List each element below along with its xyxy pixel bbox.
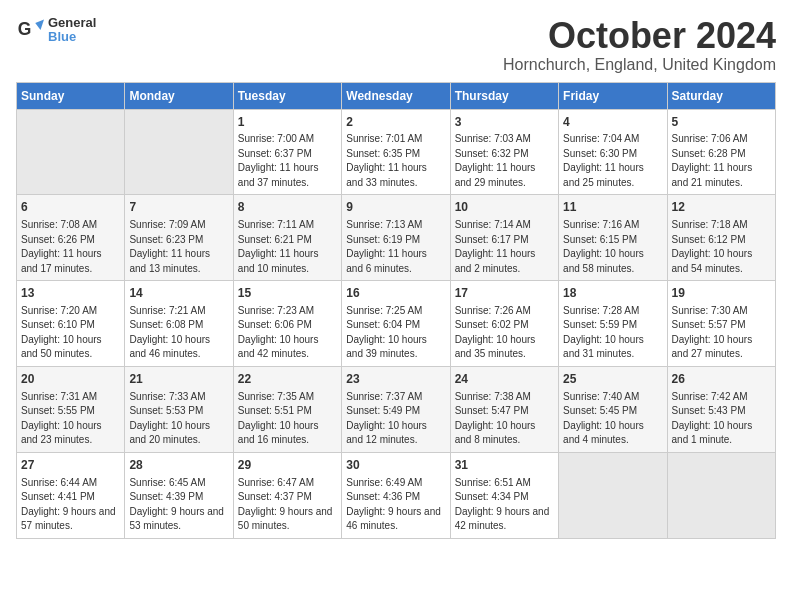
title-block: October 2024 Hornchurch, England, United… — [503, 16, 776, 74]
weekday-header-cell: Friday — [559, 82, 667, 109]
day-number: 6 — [21, 199, 120, 216]
day-info: Sunrise: 7:35 AM Sunset: 5:51 PM Dayligh… — [238, 390, 337, 448]
logo-icon: G — [16, 16, 44, 44]
calendar-week-row: 6Sunrise: 7:08 AM Sunset: 6:26 PM Daylig… — [17, 195, 776, 281]
weekday-header-cell: Sunday — [17, 82, 125, 109]
svg-text:G: G — [18, 20, 32, 40]
day-number: 7 — [129, 199, 228, 216]
calendar-cell: 27Sunrise: 6:44 AM Sunset: 4:41 PM Dayli… — [17, 452, 125, 538]
weekday-header-cell: Wednesday — [342, 82, 450, 109]
day-number: 3 — [455, 114, 554, 131]
day-number: 9 — [346, 199, 445, 216]
calendar-cell: 11Sunrise: 7:16 AM Sunset: 6:15 PM Dayli… — [559, 195, 667, 281]
calendar-cell: 31Sunrise: 6:51 AM Sunset: 4:34 PM Dayli… — [450, 452, 558, 538]
day-info: Sunrise: 7:25 AM Sunset: 6:04 PM Dayligh… — [346, 304, 445, 362]
day-number: 10 — [455, 199, 554, 216]
day-info: Sunrise: 7:14 AM Sunset: 6:17 PM Dayligh… — [455, 218, 554, 276]
day-info: Sunrise: 7:30 AM Sunset: 5:57 PM Dayligh… — [672, 304, 771, 362]
day-number: 23 — [346, 371, 445, 388]
day-number: 28 — [129, 457, 228, 474]
calendar-cell: 24Sunrise: 7:38 AM Sunset: 5:47 PM Dayli… — [450, 366, 558, 452]
weekday-header-cell: Monday — [125, 82, 233, 109]
day-number: 18 — [563, 285, 662, 302]
calendar-cell: 10Sunrise: 7:14 AM Sunset: 6:17 PM Dayli… — [450, 195, 558, 281]
calendar-cell: 12Sunrise: 7:18 AM Sunset: 6:12 PM Dayli… — [667, 195, 775, 281]
calendar-cell: 25Sunrise: 7:40 AM Sunset: 5:45 PM Dayli… — [559, 366, 667, 452]
calendar-cell: 1Sunrise: 7:00 AM Sunset: 6:37 PM Daylig… — [233, 109, 341, 195]
calendar-cell: 22Sunrise: 7:35 AM Sunset: 5:51 PM Dayli… — [233, 366, 341, 452]
calendar-cell — [17, 109, 125, 195]
calendar-cell: 14Sunrise: 7:21 AM Sunset: 6:08 PM Dayli… — [125, 281, 233, 367]
day-info: Sunrise: 7:20 AM Sunset: 6:10 PM Dayligh… — [21, 304, 120, 362]
day-info: Sunrise: 7:23 AM Sunset: 6:06 PM Dayligh… — [238, 304, 337, 362]
calendar-cell: 30Sunrise: 6:49 AM Sunset: 4:36 PM Dayli… — [342, 452, 450, 538]
calendar-cell: 4Sunrise: 7:04 AM Sunset: 6:30 PM Daylig… — [559, 109, 667, 195]
day-info: Sunrise: 7:13 AM Sunset: 6:19 PM Dayligh… — [346, 218, 445, 276]
day-number: 30 — [346, 457, 445, 474]
calendar-cell: 29Sunrise: 6:47 AM Sunset: 4:37 PM Dayli… — [233, 452, 341, 538]
calendar-week-row: 27Sunrise: 6:44 AM Sunset: 4:41 PM Dayli… — [17, 452, 776, 538]
day-info: Sunrise: 7:26 AM Sunset: 6:02 PM Dayligh… — [455, 304, 554, 362]
logo: G General Blue — [16, 16, 96, 45]
day-info: Sunrise: 7:38 AM Sunset: 5:47 PM Dayligh… — [455, 390, 554, 448]
day-number: 27 — [21, 457, 120, 474]
day-number: 16 — [346, 285, 445, 302]
calendar-cell: 17Sunrise: 7:26 AM Sunset: 6:02 PM Dayli… — [450, 281, 558, 367]
day-info: Sunrise: 7:03 AM Sunset: 6:32 PM Dayligh… — [455, 132, 554, 190]
day-number: 14 — [129, 285, 228, 302]
calendar-cell: 15Sunrise: 7:23 AM Sunset: 6:06 PM Dayli… — [233, 281, 341, 367]
calendar-cell: 8Sunrise: 7:11 AM Sunset: 6:21 PM Daylig… — [233, 195, 341, 281]
calendar-cell: 28Sunrise: 6:45 AM Sunset: 4:39 PM Dayli… — [125, 452, 233, 538]
calendar-cell: 9Sunrise: 7:13 AM Sunset: 6:19 PM Daylig… — [342, 195, 450, 281]
day-number: 19 — [672, 285, 771, 302]
day-info: Sunrise: 7:33 AM Sunset: 5:53 PM Dayligh… — [129, 390, 228, 448]
day-info: Sunrise: 6:47 AM Sunset: 4:37 PM Dayligh… — [238, 476, 337, 534]
day-number: 1 — [238, 114, 337, 131]
calendar-cell: 2Sunrise: 7:01 AM Sunset: 6:35 PM Daylig… — [342, 109, 450, 195]
location-subtitle: Hornchurch, England, United Kingdom — [503, 56, 776, 74]
calendar-week-row: 1Sunrise: 7:00 AM Sunset: 6:37 PM Daylig… — [17, 109, 776, 195]
calendar-cell: 16Sunrise: 7:25 AM Sunset: 6:04 PM Dayli… — [342, 281, 450, 367]
day-info: Sunrise: 7:06 AM Sunset: 6:28 PM Dayligh… — [672, 132, 771, 190]
day-number: 4 — [563, 114, 662, 131]
logo-text: General Blue — [48, 16, 96, 45]
day-number: 26 — [672, 371, 771, 388]
weekday-header-cell: Thursday — [450, 82, 558, 109]
day-info: Sunrise: 6:49 AM Sunset: 4:36 PM Dayligh… — [346, 476, 445, 534]
calendar-cell: 3Sunrise: 7:03 AM Sunset: 6:32 PM Daylig… — [450, 109, 558, 195]
day-info: Sunrise: 6:44 AM Sunset: 4:41 PM Dayligh… — [21, 476, 120, 534]
calendar-cell: 19Sunrise: 7:30 AM Sunset: 5:57 PM Dayli… — [667, 281, 775, 367]
day-info: Sunrise: 7:00 AM Sunset: 6:37 PM Dayligh… — [238, 132, 337, 190]
calendar-cell — [559, 452, 667, 538]
day-info: Sunrise: 6:51 AM Sunset: 4:34 PM Dayligh… — [455, 476, 554, 534]
day-number: 15 — [238, 285, 337, 302]
day-number: 22 — [238, 371, 337, 388]
calendar-cell: 5Sunrise: 7:06 AM Sunset: 6:28 PM Daylig… — [667, 109, 775, 195]
day-info: Sunrise: 7:21 AM Sunset: 6:08 PM Dayligh… — [129, 304, 228, 362]
day-info: Sunrise: 6:45 AM Sunset: 4:39 PM Dayligh… — [129, 476, 228, 534]
calendar-cell: 6Sunrise: 7:08 AM Sunset: 6:26 PM Daylig… — [17, 195, 125, 281]
day-number: 5 — [672, 114, 771, 131]
day-info: Sunrise: 7:08 AM Sunset: 6:26 PM Dayligh… — [21, 218, 120, 276]
day-info: Sunrise: 7:09 AM Sunset: 6:23 PM Dayligh… — [129, 218, 228, 276]
calendar-cell: 13Sunrise: 7:20 AM Sunset: 6:10 PM Dayli… — [17, 281, 125, 367]
calendar-table: SundayMondayTuesdayWednesdayThursdayFrid… — [16, 82, 776, 539]
svg-marker-1 — [35, 20, 44, 31]
calendar-cell: 18Sunrise: 7:28 AM Sunset: 5:59 PM Dayli… — [559, 281, 667, 367]
day-info: Sunrise: 7:28 AM Sunset: 5:59 PM Dayligh… — [563, 304, 662, 362]
calendar-body: 1Sunrise: 7:00 AM Sunset: 6:37 PM Daylig… — [17, 109, 776, 538]
day-number: 21 — [129, 371, 228, 388]
page-header: G General Blue October 2024 Hornchurch, … — [16, 16, 776, 74]
day-info: Sunrise: 7:42 AM Sunset: 5:43 PM Dayligh… — [672, 390, 771, 448]
weekday-header-row: SundayMondayTuesdayWednesdayThursdayFrid… — [17, 82, 776, 109]
day-number: 12 — [672, 199, 771, 216]
calendar-cell: 21Sunrise: 7:33 AM Sunset: 5:53 PM Dayli… — [125, 366, 233, 452]
day-number: 13 — [21, 285, 120, 302]
day-info: Sunrise: 7:04 AM Sunset: 6:30 PM Dayligh… — [563, 132, 662, 190]
day-info: Sunrise: 7:37 AM Sunset: 5:49 PM Dayligh… — [346, 390, 445, 448]
day-number: 31 — [455, 457, 554, 474]
day-number: 24 — [455, 371, 554, 388]
weekday-header-cell: Tuesday — [233, 82, 341, 109]
day-number: 8 — [238, 199, 337, 216]
day-number: 25 — [563, 371, 662, 388]
